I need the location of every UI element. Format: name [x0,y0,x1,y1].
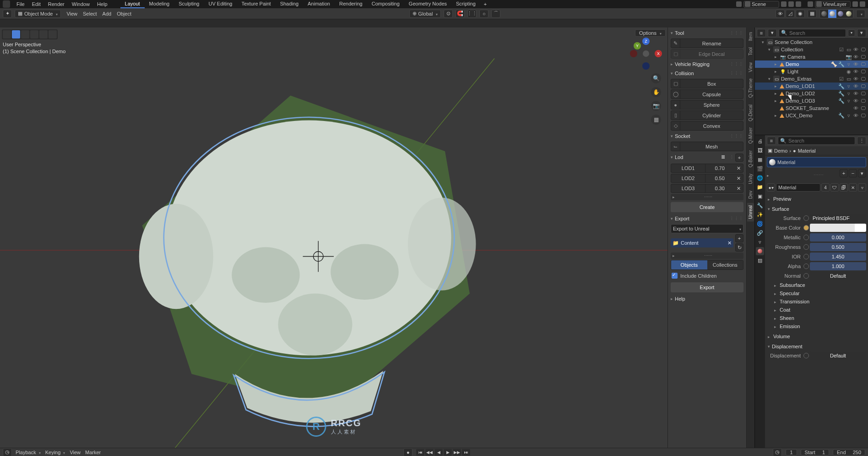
prop-tab-material[interactable] [756,247,764,255]
prop-tab-particles[interactable]: ✨ [756,210,764,219]
outliner-filter[interactable] [848,29,855,37]
lod-remove-icon[interactable]: ✕ [734,176,743,181]
prop-tab-output[interactable]: 🖼 [756,146,764,154]
axis-neg-x[interactable] [630,50,637,57]
camera-view-button[interactable]: 📷 [651,101,661,111]
viewlayer-delete-icon[interactable] [860,1,865,7]
panel-transmission[interactable]: Transmission [766,297,867,306]
npanel-tab-dev[interactable]: Dev [747,188,754,202]
viewheader-menu-object[interactable]: Object [114,10,134,17]
eye-icon[interactable]: 👁 [853,61,859,67]
viewlayer-new-icon[interactable] [852,1,858,7]
scene-pin-icon[interactable] [788,1,794,7]
prop-tab-texture[interactable]: ▨ [756,256,764,264]
displacement-socket[interactable] [803,353,809,358]
proportional-edit[interactable]: ○ [479,10,488,18]
proportional-falloff[interactable]: ⌒ [491,10,500,18]
lod-create-button[interactable]: Create [671,202,743,212]
workspace-tab-modeling[interactable]: Modeling [145,0,174,8]
material-slot[interactable]: Material [767,157,866,167]
panel-subsurface[interactable]: Subsurface [766,281,867,289]
folder-clear-icon[interactable]: ✕ [727,240,732,246]
collision-box-button[interactable]: ▢Box [671,79,743,88]
mat-icon[interactable]: ▿ [846,91,852,97]
metallic-socket[interactable] [803,235,809,240]
perspective-toggle[interactable]: ▦ [651,115,661,125]
mod-icon[interactable]: 🔧 [838,61,844,67]
pivot-button[interactable]: ⊙ [444,10,453,18]
mat-slot-menu[interactable]: ▾ [858,169,866,177]
viewheader-menu-view[interactable]: View [64,10,80,17]
base-color-field[interactable] [810,224,866,232]
panel-displacement[interactable]: ▾Displacement [766,342,867,351]
props-editor-type[interactable]: ≡ [767,137,776,145]
prop-tab-object[interactable]: ▣ [756,192,764,200]
prop-tab-world[interactable]: 🌐 [756,174,764,182]
menu-render[interactable]: Render [44,0,68,8]
play-reverse[interactable]: ◀ [434,449,443,456]
lod-row-lod1[interactable]: LOD10.70✕ [671,164,743,173]
exclude-icon[interactable]: ▭ [846,76,852,82]
prop-tab-constraints[interactable]: 🔗 [756,229,764,237]
displacement-field[interactable]: Default [810,352,866,360]
menu-file[interactable]: File [13,0,28,8]
section-lod[interactable]: ▾Lod ≣ ⋮⋮⋮ [670,152,744,162]
workspace-tab-scripting[interactable]: Scripting [451,0,480,8]
outliner-new-collection[interactable]: ▾ [857,29,866,37]
viewlayer-name-field[interactable] [815,1,851,8]
shading-material[interactable] [836,10,845,18]
timeline-menu-marker[interactable]: Marker [85,450,101,455]
shading-wireframe[interactable] [820,10,828,18]
mat-icon[interactable]: ▿ [846,98,852,104]
lod-row-lod3[interactable]: LOD30.30✕ [671,184,743,193]
ior-field[interactable]: 1.450 [810,253,866,261]
section-help[interactable]: ▸Help [670,294,744,303]
outliner-row-camera[interactable]: ▸📷Camera📷👁🖵 [755,53,868,60]
workspace-tab-animation[interactable]: Animation [303,0,335,8]
basecolor-socket[interactable] [803,225,809,231]
axis-z[interactable]: Z [642,38,650,45]
prev-key[interactable]: ◀◀ [425,449,434,456]
autokey-toggle[interactable]: ● [403,448,412,456]
zoom-button[interactable]: 🔍 [651,73,661,83]
check-icon[interactable]: ☑ [838,47,844,53]
roughness-socket[interactable] [803,244,809,250]
timeline-menu-view[interactable]: View [70,450,81,455]
axis-y[interactable]: Y [634,42,641,49]
outliner-display-mode[interactable]: ▾ [768,29,777,37]
alpha-socket[interactable] [803,264,809,269]
frame-start[interactable]: Start 1 [801,449,829,456]
npanel-tab-q-theme[interactable]: Q-Theme [747,76,754,100]
normal-socket[interactable] [803,273,809,279]
eye-icon[interactable]: 👁 [853,47,859,53]
props-search[interactable]: 🔍 Search [778,137,855,145]
mod-icon[interactable]: 🔧 [838,113,844,119]
blender-logo[interactable] [3,0,10,8]
roughness-field[interactable]: 0.500 [810,243,866,251]
orientation-dropdown[interactable]: ⊕ Global [409,10,441,18]
dot-icon[interactable]: ◉ [846,69,852,75]
collision-convex-button[interactable]: ◇Convex [671,121,743,131]
eye-icon[interactable]: 👁 [853,76,859,82]
snap-toggle[interactable]: 🧲 [456,10,465,18]
surface-socket[interactable] [803,215,809,221]
outliner-row-light[interactable]: ▸💡Light◉👁🖵 [755,68,868,75]
alpha-field[interactable]: 1.000 [810,262,866,270]
ior-socket[interactable] [803,254,809,259]
panel-volume[interactable]: Volume [766,332,867,341]
scene-name-input[interactable] [752,1,777,7]
lod-add-button[interactable]: + [735,154,743,162]
outliner[interactable]: ▾▭Scene Collection▾▭Collection☑▭👁🖵▸📷Came… [755,38,868,135]
pan-button[interactable]: ✋ [651,87,661,97]
outliner-row-demo[interactable]: ▸Demo🦴🔧▿👁🖵 [755,60,868,68]
outliner-row-demo-lod3[interactable]: ▸Demo_LOD3🔧▿👁🖵 [755,97,868,104]
lod-row-lod2[interactable]: LOD20.50✕ [671,174,743,183]
workspace-tab-compositing[interactable]: Compositing [367,0,404,8]
eye-icon[interactable]: 👁 [853,69,859,75]
section-export[interactable]: ▾Export⋮⋮⋮ [670,214,744,223]
npanel-tab-item[interactable]: Item [747,29,754,44]
mod-icon[interactable]: 🔧 [838,98,844,104]
npanel-tab-q-baker[interactable]: Q-Baker [747,148,754,170]
surface-shader-dropdown[interactable]: Principled BSDF [810,214,866,222]
section-tool[interactable]: ▾Tool⋮⋮⋮ [670,28,744,38]
